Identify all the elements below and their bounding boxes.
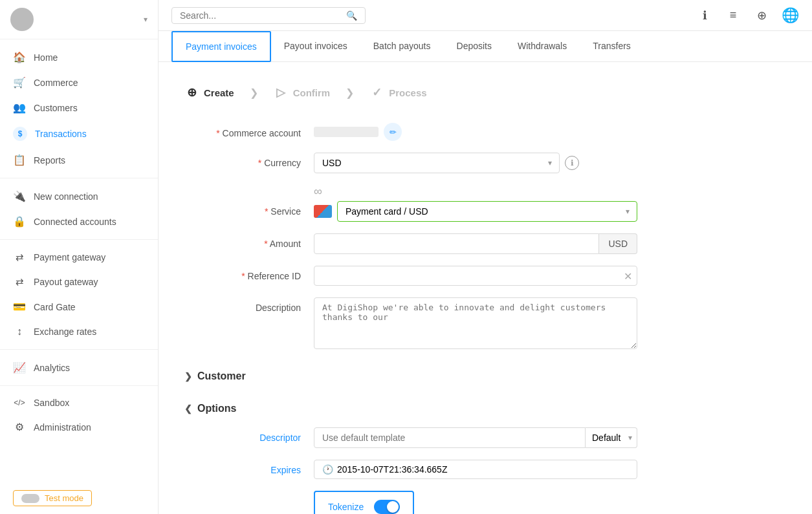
options-section-label: Options — [197, 403, 236, 414]
test-mode-toggle[interactable] — [21, 494, 39, 503]
sidebar-item-administration[interactable]: ⚙ Administration — [0, 414, 158, 440]
service-select[interactable]: Payment card / USD — [337, 201, 637, 222]
tokenize-label: Tokenize — [328, 502, 364, 512]
sidebar-item-exchange-rates[interactable]: ↕ Exchange rates — [0, 319, 158, 344]
currency-select-wrapper: USD EUR GBP — [314, 153, 560, 173]
sidebar-item-reports[interactable]: 📋 Reports — [0, 147, 158, 173]
step-arrow-2: ❯ — [346, 87, 354, 99]
sidebar-item-transactions[interactable]: $ Transactions — [0, 120, 158, 147]
tab-withdrawals[interactable]: Withdrawals — [505, 32, 580, 61]
descriptor-select[interactable]: Default — [586, 427, 637, 448]
connected-accounts-icon: 🔒 — [13, 215, 26, 228]
payment-gateway-icon: ⇄ — [13, 252, 26, 263]
search-box[interactable]: 🔍 — [171, 7, 366, 24]
main-area: 🔍 ℹ ≡ ⊕ 🌐 Payment invoices Payout invoic… — [159, 0, 812, 514]
sidebar-item-customers[interactable]: 👥 Customers — [0, 95, 158, 120]
confirm-step-icon: ▷ — [274, 85, 288, 100]
step-process-label: Process — [389, 87, 426, 98]
test-mode-button[interactable]: Test mode — [13, 490, 92, 506]
sidebar-item-connected-accounts[interactable]: 🔒 Connected accounts — [0, 209, 158, 234]
content-inner: ⊕ Create ❯ ▷ Confirm ❯ ✓ Process — [159, 62, 812, 514]
expires-field[interactable]: 🕐 2015-10-07T21:36:34.665Z — [314, 460, 637, 479]
options-section-header[interactable]: ❮ Options — [184, 395, 637, 422]
reports-icon: 📋 — [13, 154, 26, 166]
sidebar-item-label: Payout gateway — [34, 277, 98, 287]
new-connection-icon: 🔌 — [13, 190, 26, 202]
tab-payment-invoices[interactable]: Payment invoices — [171, 31, 271, 62]
sidebar-item-commerce[interactable]: 🛒 Commerce — [0, 70, 158, 95]
reference-id-input[interactable]: 559dd446-0909-43b2-a267-993c2304026f — [314, 266, 637, 286]
tab-batch-payouts[interactable]: Batch payouts — [360, 32, 444, 61]
tab-payout-invoices[interactable]: Payout invoices — [271, 32, 360, 61]
commerce-account-edit-button[interactable]: ✏ — [384, 123, 402, 141]
payout-gateway-icon: ⇄ — [13, 276, 26, 288]
commerce-account-value — [314, 127, 379, 137]
refresh-icon[interactable]: ✕ — [624, 270, 632, 282]
commerce-icon: 🛒 — [13, 76, 26, 89]
descriptor-field: Default — [314, 427, 637, 448]
nav-divider-4 — [0, 385, 158, 386]
tab-transfers[interactable]: Transfers — [580, 32, 644, 61]
sidebar-item-label: New connection — [34, 191, 98, 202]
sidebar-item-analytics[interactable]: 📈 Analytics — [0, 355, 158, 380]
sidebar-item-label: Sandbox — [34, 398, 69, 408]
home-icon: 🏠 — [13, 51, 26, 63]
service-card-icon — [314, 205, 332, 218]
nav-divider-2 — [0, 239, 158, 240]
sidebar-item-card-gate[interactable]: 💳 Card Gate — [0, 294, 158, 319]
sidebar-item-label: Reports — [34, 155, 65, 166]
service-label: * Service — [184, 201, 314, 217]
sidebar-item-payout-gateway[interactable]: ⇄ Payout gateway — [0, 270, 158, 294]
create-step-icon: ⊕ — [184, 85, 199, 100]
network-icon[interactable]: 🌐 — [781, 6, 799, 25]
steps-bar: ⊕ Create ❯ ▷ Confirm ❯ ✓ Process — [184, 75, 786, 105]
form-row-reference: * Reference ID 559dd446-0909-43b2-a267-9… — [184, 266, 637, 286]
service-field: Payment card / USD — [314, 201, 637, 222]
sidebar-item-home[interactable]: 🏠 Home — [0, 45, 158, 70]
expires-label: Expires — [184, 460, 314, 475]
expires-value: 2015-10-07T21:36:34.665Z — [337, 464, 447, 475]
step-process: ✓ Process — [369, 85, 426, 100]
search-input[interactable] — [180, 10, 344, 21]
commerce-account-field: ✏ — [314, 123, 637, 141]
sidebar-item-label: Payment gateway — [34, 252, 105, 262]
amount-input[interactable]: 159.00 — [314, 233, 599, 254]
sidebar-item-label: Card Gate — [34, 302, 76, 312]
transactions-icon: $ — [13, 127, 27, 141]
sidebar-item-label: Analytics — [34, 363, 70, 373]
step-confirm: ▷ Confirm — [274, 85, 331, 100]
sidebar-item-label: Transactions — [35, 129, 87, 139]
sidebar-item-new-connection[interactable]: 🔌 New connection — [0, 184, 158, 209]
menu-icon[interactable]: ≡ — [724, 6, 742, 25]
form-row-tokenize: Tokenize — [184, 491, 637, 514]
form-row-descriptor: Descriptor Default — [184, 427, 637, 448]
reference-id-field: 559dd446-0909-43b2-a267-993c2304026f ✕ — [314, 266, 637, 286]
user-icon[interactable]: ⊕ — [752, 6, 771, 25]
sidebar-footer: Test mode — [0, 482, 158, 514]
form-row-infinity: ∞ — [184, 185, 637, 198]
sandbox-icon: </> — [13, 398, 26, 407]
options-chevron-icon: ❮ — [184, 403, 192, 414]
form-row-expires: Expires 🕐 2015-10-07T21:36:34.665Z — [184, 460, 637, 479]
info-icon[interactable]: ℹ — [696, 6, 714, 25]
amount-currency-label: USD — [599, 233, 637, 254]
sidebar-item-payment-gateway[interactable]: ⇄ Payment gateway — [0, 245, 158, 270]
exchange-rates-icon: ↕ — [13, 326, 26, 337]
currency-select[interactable]: USD EUR GBP — [314, 153, 560, 173]
description-field — [314, 297, 637, 351]
customer-section-header[interactable]: ❯ Customer — [184, 363, 637, 390]
customer-chevron-icon: ❯ — [184, 371, 192, 381]
descriptor-input[interactable] — [314, 427, 586, 448]
sidebar-nav: 🏠 Home 🛒 Commerce 👥 Customers $ Transact… — [0, 39, 158, 482]
analytics-icon: 📈 — [13, 361, 26, 374]
content-area: ⊕ Create ❯ ▷ Confirm ❯ ✓ Process — [159, 62, 812, 514]
test-mode-label: Test mode — [45, 493, 83, 503]
card-gate-icon: 💳 — [13, 301, 26, 313]
tab-deposits[interactable]: Deposits — [444, 32, 505, 61]
sidebar-header[interactable]: ▾ — [0, 0, 158, 39]
sidebar-item-sandbox[interactable]: </> Sandbox — [0, 391, 158, 414]
currency-info-icon[interactable]: ℹ — [565, 156, 579, 170]
description-textarea[interactable] — [314, 297, 637, 349]
amount-label: * Amount — [184, 233, 314, 249]
tokenize-toggle[interactable] — [374, 500, 400, 514]
